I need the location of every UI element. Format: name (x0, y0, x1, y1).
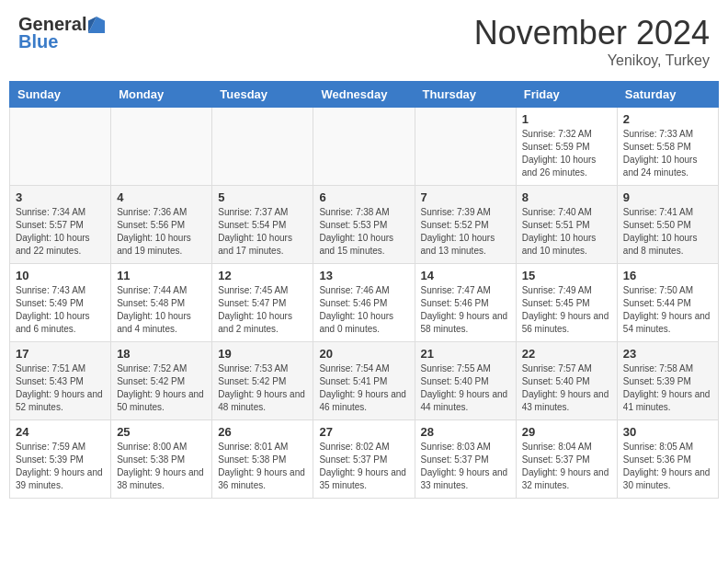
day-number: 19 (218, 347, 307, 361)
day-number: 28 (421, 425, 510, 439)
day-info: Sunrise: 7:45 AM Sunset: 5:47 PM Dayligh… (218, 284, 307, 336)
calendar-cell (10, 108, 111, 186)
day-info: Sunrise: 7:51 AM Sunset: 5:43 PM Dayligh… (16, 362, 105, 414)
calendar-cell: 22Sunrise: 7:57 AM Sunset: 5:40 PM Dayli… (516, 342, 617, 420)
day-info: Sunrise: 8:03 AM Sunset: 5:37 PM Dayligh… (421, 441, 510, 492)
day-info: Sunrise: 7:36 AM Sunset: 5:56 PM Dayligh… (117, 206, 206, 258)
day-info: Sunrise: 7:32 AM Sunset: 5:59 PM Dayligh… (522, 128, 611, 179)
day-info: Sunrise: 7:47 AM Sunset: 5:46 PM Dayligh… (421, 284, 510, 336)
day-number: 11 (117, 269, 206, 282)
day-number: 5 (218, 190, 307, 204)
calendar-cell: 18Sunrise: 7:52 AM Sunset: 5:42 PM Dayli… (111, 342, 212, 420)
day-number: 14 (421, 269, 510, 282)
day-number: 6 (319, 190, 408, 204)
calendar-cell (313, 108, 415, 186)
day-number: 22 (522, 347, 611, 361)
calendar-week-row: 1Sunrise: 7:32 AM Sunset: 5:59 PM Daylig… (10, 108, 719, 186)
calendar-cell (212, 108, 313, 186)
calendar-cell: 29Sunrise: 8:04 AM Sunset: 5:37 PM Dayli… (516, 420, 617, 499)
day-number: 21 (421, 347, 510, 361)
day-number: 15 (522, 269, 611, 282)
logo-blue-text: Blue (18, 31, 58, 52)
calendar-cell: 30Sunrise: 8:05 AM Sunset: 5:36 PM Dayli… (617, 420, 718, 499)
day-number: 7 (421, 190, 510, 204)
day-info: Sunrise: 8:05 AM Sunset: 5:36 PM Dayligh… (623, 441, 712, 492)
day-info: Sunrise: 7:52 AM Sunset: 5:42 PM Dayligh… (117, 362, 206, 414)
calendar-table: SundayMondayTuesdayWednesdayThursdayFrid… (9, 81, 719, 499)
calendar-cell: 19Sunrise: 7:53 AM Sunset: 5:42 PM Dayli… (212, 342, 313, 420)
day-info: Sunrise: 8:00 AM Sunset: 5:38 PM Dayligh… (117, 441, 206, 492)
calendar-cell: 9Sunrise: 7:41 AM Sunset: 5:50 PM Daylig… (617, 186, 718, 264)
calendar-week-row: 10Sunrise: 7:43 AM Sunset: 5:49 PM Dayli… (10, 264, 719, 342)
day-info: Sunrise: 8:02 AM Sunset: 5:37 PM Dayligh… (319, 441, 408, 492)
day-number: 25 (117, 425, 206, 439)
calendar-cell: 28Sunrise: 8:03 AM Sunset: 5:37 PM Dayli… (415, 420, 516, 499)
day-number: 12 (218, 269, 307, 282)
day-info: Sunrise: 7:34 AM Sunset: 5:57 PM Dayligh… (16, 206, 105, 258)
calendar-cell: 4Sunrise: 7:36 AM Sunset: 5:56 PM Daylig… (111, 186, 212, 264)
day-info: Sunrise: 7:39 AM Sunset: 5:52 PM Dayligh… (421, 206, 510, 258)
day-info: Sunrise: 8:04 AM Sunset: 5:37 PM Dayligh… (522, 441, 611, 492)
day-info: Sunrise: 7:54 AM Sunset: 5:41 PM Dayligh… (319, 362, 408, 414)
weekday-header-thursday: Thursday (415, 82, 516, 108)
page-header: General Blue November 2024 Yenikoy, Turk… (9, 9, 719, 74)
calendar-cell: 24Sunrise: 7:59 AM Sunset: 5:39 PM Dayli… (10, 420, 111, 499)
day-number: 1 (522, 112, 611, 126)
day-number: 18 (117, 347, 206, 361)
day-number: 16 (623, 269, 712, 282)
calendar-week-row: 17Sunrise: 7:51 AM Sunset: 5:43 PM Dayli… (10, 342, 719, 420)
day-number: 2 (623, 112, 712, 126)
day-info: Sunrise: 7:58 AM Sunset: 5:39 PM Dayligh… (623, 362, 712, 414)
day-number: 30 (623, 425, 712, 439)
calendar-cell: 17Sunrise: 7:51 AM Sunset: 5:43 PM Dayli… (10, 342, 111, 420)
calendar-cell: 1Sunrise: 7:32 AM Sunset: 5:59 PM Daylig… (516, 108, 617, 186)
calendar-cell: 2Sunrise: 7:33 AM Sunset: 5:58 PM Daylig… (617, 108, 718, 186)
day-info: Sunrise: 7:33 AM Sunset: 5:58 PM Dayligh… (623, 128, 712, 179)
calendar-cell: 5Sunrise: 7:37 AM Sunset: 5:54 PM Daylig… (212, 186, 313, 264)
day-number: 8 (522, 190, 611, 204)
day-number: 29 (522, 425, 611, 439)
day-number: 4 (117, 190, 206, 204)
day-info: Sunrise: 7:38 AM Sunset: 5:53 PM Dayligh… (319, 206, 408, 258)
calendar-cell (415, 108, 516, 186)
calendar-cell: 7Sunrise: 7:39 AM Sunset: 5:52 PM Daylig… (415, 186, 516, 264)
day-number: 9 (623, 190, 712, 204)
weekday-header-wednesday: Wednesday (313, 82, 415, 108)
day-info: Sunrise: 7:43 AM Sunset: 5:49 PM Dayligh… (16, 284, 105, 336)
calendar-cell: 16Sunrise: 7:50 AM Sunset: 5:44 PM Dayli… (617, 264, 718, 342)
day-number: 24 (16, 425, 105, 439)
calendar-cell: 14Sunrise: 7:47 AM Sunset: 5:46 PM Dayli… (415, 264, 516, 342)
calendar-cell: 20Sunrise: 7:54 AM Sunset: 5:41 PM Dayli… (313, 342, 415, 420)
day-info: Sunrise: 7:41 AM Sunset: 5:50 PM Dayligh… (623, 206, 712, 258)
day-number: 23 (623, 347, 712, 361)
day-info: Sunrise: 7:57 AM Sunset: 5:40 PM Dayligh… (522, 362, 611, 414)
day-info: Sunrise: 7:59 AM Sunset: 5:39 PM Dayligh… (16, 441, 105, 492)
weekday-header-monday: Monday (111, 82, 212, 108)
calendar-cell: 25Sunrise: 8:00 AM Sunset: 5:38 PM Dayli… (111, 420, 212, 499)
calendar-cell: 21Sunrise: 7:55 AM Sunset: 5:40 PM Dayli… (415, 342, 516, 420)
calendar-cell: 27Sunrise: 8:02 AM Sunset: 5:37 PM Dayli… (313, 420, 415, 499)
month-title: November 2024 (474, 14, 710, 52)
calendar-cell: 3Sunrise: 7:34 AM Sunset: 5:57 PM Daylig… (10, 186, 111, 264)
calendar-cell: 12Sunrise: 7:45 AM Sunset: 5:47 PM Dayli… (212, 264, 313, 342)
weekday-header-tuesday: Tuesday (212, 82, 313, 108)
calendar-cell: 11Sunrise: 7:44 AM Sunset: 5:48 PM Dayli… (111, 264, 212, 342)
day-info: Sunrise: 7:40 AM Sunset: 5:51 PM Dayligh… (522, 206, 611, 258)
calendar-cell: 8Sunrise: 7:40 AM Sunset: 5:51 PM Daylig… (516, 186, 617, 264)
weekday-header-friday: Friday (516, 82, 617, 108)
calendar-cell: 13Sunrise: 7:46 AM Sunset: 5:46 PM Dayli… (313, 264, 415, 342)
weekday-header-sunday: Sunday (10, 82, 111, 108)
day-number: 26 (218, 425, 307, 439)
weekday-header-saturday: Saturday (617, 82, 718, 108)
calendar-cell: 15Sunrise: 7:49 AM Sunset: 5:45 PM Dayli… (516, 264, 617, 342)
logo-icon (88, 17, 105, 33)
weekday-header-row: SundayMondayTuesdayWednesdayThursdayFrid… (10, 82, 719, 108)
calendar-cell: 26Sunrise: 8:01 AM Sunset: 5:38 PM Dayli… (212, 420, 313, 499)
day-info: Sunrise: 7:46 AM Sunset: 5:46 PM Dayligh… (319, 284, 408, 336)
calendar-week-row: 24Sunrise: 7:59 AM Sunset: 5:39 PM Dayli… (10, 420, 719, 499)
day-info: Sunrise: 7:50 AM Sunset: 5:44 PM Dayligh… (623, 284, 712, 336)
day-number: 27 (319, 425, 408, 439)
calendar-cell: 6Sunrise: 7:38 AM Sunset: 5:53 PM Daylig… (313, 186, 415, 264)
day-info: Sunrise: 7:53 AM Sunset: 5:42 PM Dayligh… (218, 362, 307, 414)
calendar-cell (111, 108, 212, 186)
